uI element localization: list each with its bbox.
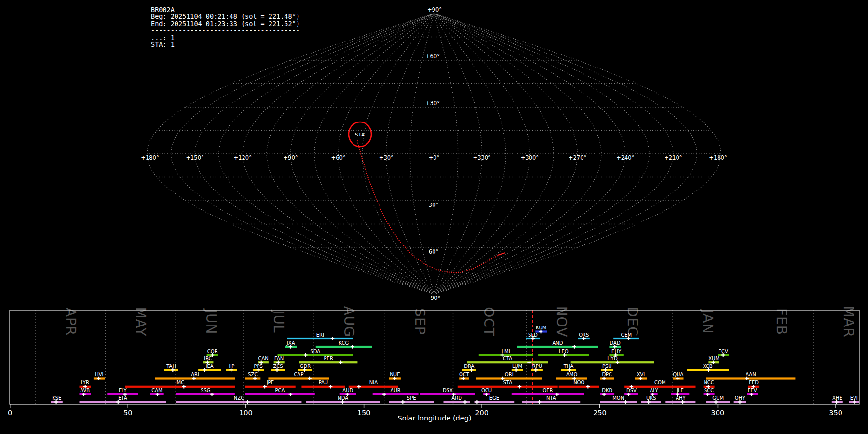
lon-label: +180° bbox=[141, 154, 159, 161]
shower-label-ncc: NCC bbox=[704, 380, 714, 385]
shower-label-fan: FAN bbox=[274, 356, 284, 361]
row-magenta: AVBELYCAMSSGPCAAUDAURDSXOCUOERDKDDSVALYJ… bbox=[80, 388, 758, 396]
shower-bar-spe bbox=[389, 401, 434, 403]
lat-label: -90° bbox=[429, 295, 441, 301]
lon-label: +210° bbox=[664, 154, 682, 161]
lat-label: +30° bbox=[425, 100, 440, 107]
shower-label-xhe: XHE bbox=[832, 395, 842, 401]
lon-label: +60° bbox=[331, 154, 346, 161]
shower-label-cor: COR bbox=[207, 349, 218, 354]
month-label: AUG bbox=[341, 306, 357, 337]
observation-header: BR002ABeg: 20251104 00:21:48 (sol = 221.… bbox=[151, 6, 300, 48]
x-axis-title: Solar longitude (deg) bbox=[397, 414, 471, 422]
shower-bar-com bbox=[624, 386, 695, 388]
shower-bar-dsv bbox=[624, 393, 638, 395]
shower-bar-eta bbox=[80, 401, 166, 403]
shower-bar-mon bbox=[600, 401, 637, 403]
shower-label-ard: ARD bbox=[451, 395, 462, 401]
shower-peak-marker-sta bbox=[518, 385, 522, 389]
shower-peak-marker-spe bbox=[401, 400, 405, 404]
row-yellow: TAHIEAIIPPPSZCSGDRDRALUMRPUTHAPSUXCB bbox=[164, 364, 729, 372]
month-label: NOV bbox=[554, 306, 570, 338]
shower-bar-nzc bbox=[176, 401, 302, 403]
shower-label-jle: JLE bbox=[676, 388, 684, 393]
lon-label: +330° bbox=[473, 154, 491, 161]
shower-label-oct: OCT bbox=[459, 372, 470, 377]
x-tick-label: 250 bbox=[593, 409, 607, 417]
shower-label-dad: DAD bbox=[610, 340, 621, 346]
shower-label-com: COM bbox=[654, 380, 665, 385]
lon-label: +120° bbox=[234, 154, 252, 161]
shower-label-eta: ETA bbox=[118, 395, 127, 401]
shower-bar-sta bbox=[458, 386, 558, 388]
shower-bar-and bbox=[517, 346, 598, 348]
row-plum: KSEETANZCNDASPEARDEGENTAMONURSAHYGUMOHYX… bbox=[51, 395, 859, 404]
shower-label-szc: SZC bbox=[248, 372, 258, 377]
shower-bar-nta bbox=[522, 401, 580, 403]
lon-label: +150° bbox=[186, 154, 203, 161]
lon-label: +180° bbox=[709, 154, 727, 161]
shower-label-nta: NTA bbox=[546, 395, 556, 401]
grid-meridian bbox=[267, 14, 434, 294]
shower-bar-ege bbox=[475, 401, 515, 403]
shower-peak-marker-ege bbox=[475, 400, 479, 404]
shower-bar-nia bbox=[349, 386, 398, 388]
grid-meridian bbox=[339, 14, 434, 294]
plot-canvas: +180°+150°+120°+90°+60°+30°+0°+330°+300°… bbox=[0, 0, 868, 434]
grid-meridian bbox=[171, 14, 434, 294]
shower-peak-marker-ssg bbox=[210, 393, 214, 396]
shower-peak-marker-ard bbox=[463, 400, 467, 404]
count-line-sta: STA: 1 bbox=[151, 41, 300, 48]
shower-peak-marker-kcg bbox=[351, 345, 354, 349]
shower-bar-dsx bbox=[420, 393, 475, 395]
shower-label-irc: IRC bbox=[204, 356, 212, 361]
month-label: MAR bbox=[841, 306, 856, 338]
shower-label-oer: OER bbox=[542, 388, 553, 393]
shower-label-spe: SPE bbox=[407, 395, 416, 401]
shower-peak-marker-ori bbox=[501, 377, 505, 380]
row-springgreen: JXAKCGANDDAD bbox=[285, 340, 621, 349]
shower-label-dsv: DSV bbox=[626, 388, 637, 393]
lat-label: +90° bbox=[427, 6, 442, 13]
shower-label-fev: FEV bbox=[748, 388, 757, 393]
shower-label-eri: ERI bbox=[316, 332, 324, 338]
x-tick-label: 200 bbox=[475, 409, 488, 417]
shower-bar-amo bbox=[556, 377, 587, 379]
shower-label-kum: KUM bbox=[536, 325, 546, 330]
lat-label: -30° bbox=[427, 202, 439, 208]
radiant-label: STA bbox=[355, 132, 365, 138]
x-tick-label: 150 bbox=[357, 409, 371, 417]
shower-label-sda: SDA bbox=[310, 349, 320, 354]
shower-label-noo: NOO bbox=[573, 380, 584, 385]
shower-peak-marker-nta bbox=[538, 400, 542, 404]
month-label: JUN bbox=[203, 308, 219, 335]
shower-label-jmc: JMC bbox=[175, 380, 185, 385]
lon-label: +0° bbox=[429, 154, 440, 161]
shower-bar-sda bbox=[278, 354, 353, 356]
shower-peak-marker-per bbox=[339, 360, 343, 364]
shower-label-pca: PCA bbox=[275, 388, 285, 393]
shower-label-rpu: RPU bbox=[532, 364, 542, 369]
row-orange: HVIARISZCCAPNUEOCTORIAMODPCXVIQUAAAN bbox=[94, 372, 796, 380]
lon-label: +240° bbox=[616, 154, 634, 161]
shower-label-evi: EVI bbox=[850, 395, 858, 401]
shower-label-ely: ELY bbox=[119, 388, 127, 393]
shower-label-ahy: AHY bbox=[676, 395, 686, 401]
shower-label-aan: AAN bbox=[746, 372, 756, 377]
month-label: SEP bbox=[412, 308, 428, 335]
radiant-trail-tip bbox=[498, 253, 505, 255]
shower-bar-jmc bbox=[125, 386, 235, 388]
shower-label-ehy: EHY bbox=[611, 349, 622, 354]
lat-label: -60° bbox=[427, 248, 439, 255]
shower-bar-kcg bbox=[316, 346, 372, 348]
shower-bar-jpe bbox=[245, 386, 296, 388]
shower-label-iea: IEA bbox=[206, 364, 214, 369]
count-line-sporadic: ...: 1 bbox=[151, 34, 300, 41]
shower-label-qua: QUA bbox=[673, 372, 683, 377]
shower-label-fed: FED bbox=[749, 380, 759, 385]
x-tick-label: 350 bbox=[829, 409, 842, 417]
shower-label-aud: AUD bbox=[342, 388, 353, 393]
header-separator: -------------------------------------- bbox=[151, 27, 300, 34]
shower-label-per: PER bbox=[324, 356, 333, 361]
shower-label-ecv: ECV bbox=[719, 349, 728, 354]
